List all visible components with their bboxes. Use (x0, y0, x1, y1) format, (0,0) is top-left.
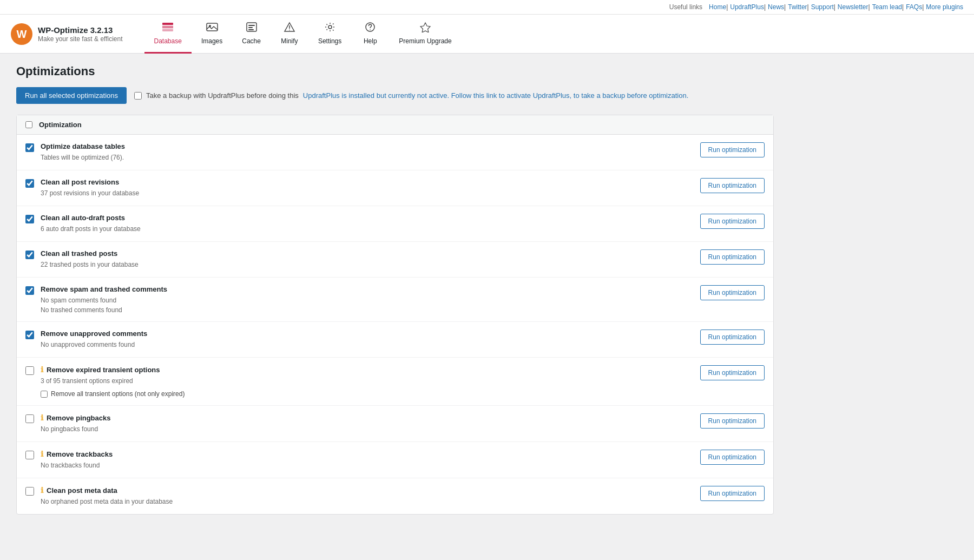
tab-minify-label: Minify (281, 37, 298, 45)
tab-settings[interactable]: Settings (308, 15, 351, 54)
row-checkbox-area (25, 214, 34, 223)
tab-settings-label: Settings (318, 37, 341, 45)
header: W WP-Optimize 3.2.13 Make your site fast… (0, 15, 974, 54)
cache-icon (246, 22, 258, 35)
table-row: Optimize database tables Tables will be … (17, 135, 773, 170)
opt-desc: Tables will be optimized (76). (41, 153, 692, 162)
opt-sub-checkbox-all-transient[interactable] (41, 391, 48, 398)
link-support[interactable]: Support (811, 3, 834, 11)
link-twitter[interactable]: Twitter (788, 3, 807, 11)
opt-checkbox-expired-transient[interactable] (25, 366, 34, 375)
opt-desc: 6 auto draft posts in your database (41, 224, 692, 234)
run-opt-spam-comments[interactable]: Run optimization (700, 285, 765, 300)
svg-rect-4 (162, 26, 173, 28)
run-opt-db-tables[interactable]: Run optimization (700, 142, 765, 157)
opt-title: ℹ Remove expired transient options (41, 365, 692, 374)
row-checkbox-area (25, 249, 34, 259)
opt-sub-checkbox: Remove all transient options (not only e… (41, 390, 692, 398)
opt-checkbox-spam-comments[interactable] (25, 286, 34, 295)
settings-icon (324, 22, 336, 35)
run-opt-unapproved-comments[interactable]: Run optimization (700, 330, 765, 345)
table-row: Remove unapproved comments No unapproved… (17, 322, 773, 358)
opt-title: Clean all auto-draft posts (41, 214, 692, 222)
tab-database-label: Database (154, 37, 182, 45)
info-icon: ℹ (41, 413, 43, 422)
link-news[interactable]: News (768, 3, 784, 11)
opt-action: Run optimization (700, 142, 765, 157)
opt-title-text: Clean all auto-draft posts (41, 214, 125, 222)
opt-checkbox-unapproved-comments[interactable] (25, 331, 34, 339)
opt-desc: No unapproved comments found (41, 340, 692, 350)
opt-action: Run optimization (700, 214, 765, 229)
tab-database[interactable]: Database (144, 15, 192, 54)
opt-checkbox-post-revisions[interactable] (25, 179, 34, 188)
logo-area: W WP-Optimize 3.2.13 Make your site fast… (11, 23, 123, 45)
opt-content: Clean all trashed posts 22 trashed posts… (41, 249, 692, 269)
tab-premium[interactable]: Premium Upgrade (389, 15, 461, 54)
svg-rect-5 (162, 29, 173, 31)
opt-action: Run optimization (700, 178, 765, 193)
run-opt-trackbacks[interactable]: Run optimization (700, 450, 765, 465)
run-all-button[interactable]: Run all selected optimizations (16, 87, 127, 104)
app-title: WP-Optimize 3.2.13 (38, 25, 123, 36)
link-updraftplus[interactable]: UpdraftPlus (730, 3, 764, 11)
table-row: Clean all auto-draft posts 6 auto draft … (17, 206, 773, 242)
link-teamlead[interactable]: Team lead (872, 3, 902, 11)
tab-minify[interactable]: Minify (271, 15, 308, 54)
opt-title-text: Clean all trashed posts (41, 249, 117, 258)
run-opt-post-meta[interactable]: Run optimization (700, 486, 765, 501)
opt-title-text: Remove trackbacks (47, 450, 113, 458)
row-checkbox-area (25, 413, 34, 423)
nav-tabs: Database Images Cache (144, 15, 963, 54)
opt-checkbox-pingbacks[interactable] (25, 414, 34, 423)
opt-content: Clean all post revisions 37 post revisio… (41, 178, 692, 198)
opt-content: ℹ Remove expired transient options 3 of … (41, 365, 692, 398)
link-faqs[interactable]: FAQs (906, 3, 922, 11)
link-home[interactable]: Home (709, 3, 726, 11)
opt-checkbox-post-meta[interactable] (25, 487, 34, 496)
opt-title-text: Optimize database tables (41, 142, 125, 150)
database-icon (161, 22, 174, 35)
opt-title-text: Clean all post revisions (41, 178, 119, 186)
tab-images[interactable]: Images (192, 15, 232, 54)
opt-action: Run optimization (700, 285, 765, 300)
opt-checkbox-trashed-posts[interactable] (25, 251, 34, 259)
opt-title: ℹ Remove pingbacks (41, 413, 692, 422)
help-icon (364, 22, 376, 35)
backup-link[interactable]: UpdraftPlus is installed but currently n… (303, 91, 688, 100)
row-checkbox-area (25, 142, 34, 152)
opt-content: Optimize database tables Tables will be … (41, 142, 692, 162)
run-opt-post-revisions[interactable]: Run optimization (700, 178, 765, 193)
link-more-plugins[interactable]: More plugins (926, 3, 963, 11)
opt-action: Run optimization (700, 413, 765, 429)
logo-text: WP-Optimize 3.2.13 Make your site fast &… (38, 25, 123, 43)
tab-cache[interactable]: Cache (232, 15, 271, 54)
run-opt-pingbacks[interactable]: Run optimization (700, 413, 765, 429)
app-subtitle: Make your site fast & efficient (38, 35, 123, 43)
link-newsletter[interactable]: Newsletter (838, 3, 868, 11)
run-opt-expired-transient[interactable]: Run optimization (700, 365, 765, 380)
svg-text:W: W (17, 28, 27, 40)
select-all-checkbox[interactable] (25, 121, 32, 128)
svg-point-15 (328, 25, 332, 29)
svg-rect-9 (248, 25, 255, 26)
row-checkbox-area (25, 486, 34, 496)
opt-title-text: Remove unapproved comments (41, 330, 147, 338)
run-opt-trashed-posts[interactable]: Run optimization (700, 249, 765, 265)
page-title: Optimizations (16, 64, 774, 78)
opt-title: Clean all trashed posts (41, 249, 692, 258)
useful-links-bar: Useful links Home | UpdraftPlus | News |… (0, 0, 974, 15)
opt-checkbox-db-tables[interactable] (25, 143, 34, 152)
tab-help[interactable]: Help (351, 15, 389, 54)
opt-action: Run optimization (700, 450, 765, 465)
opt-checkbox-auto-draft[interactable] (25, 215, 34, 223)
info-icon: ℹ (41, 365, 43, 374)
tab-images-label: Images (201, 37, 222, 45)
opt-action: Run optimization (700, 330, 765, 345)
backup-checkbox[interactable] (134, 92, 142, 100)
logo-icon: W (11, 23, 32, 45)
run-opt-auto-draft[interactable]: Run optimization (700, 214, 765, 229)
opt-title-text: Clean post meta data (47, 486, 117, 495)
images-icon (206, 22, 218, 35)
opt-checkbox-trackbacks[interactable] (25, 451, 34, 459)
